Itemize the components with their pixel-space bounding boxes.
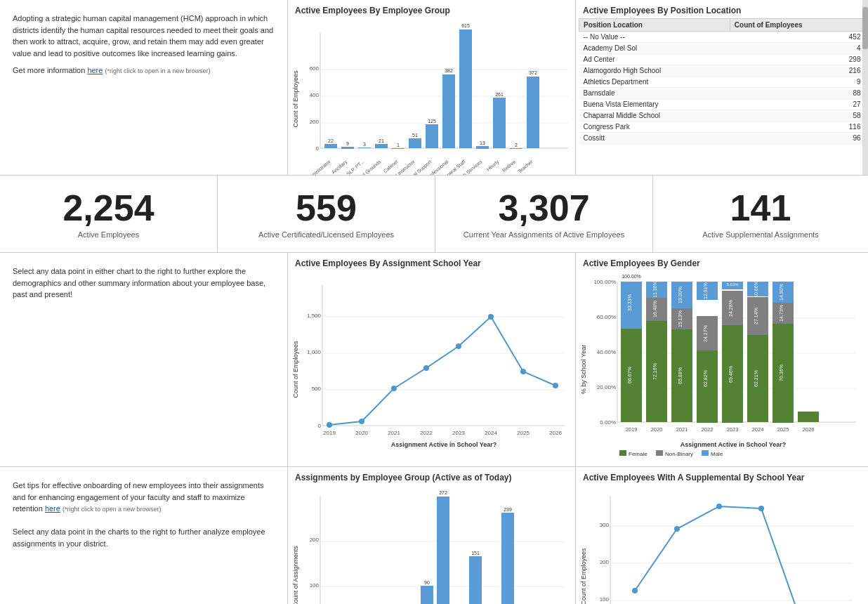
point-2021[interactable] [391, 386, 397, 391]
bar-assign-esy[interactable] [421, 586, 433, 604]
bar-teacher[interactable] [527, 77, 539, 148]
bar-retiree[interactable] [510, 148, 522, 149]
intro-link-1[interactable]: here [87, 66, 103, 74]
svg-text:24.28%: 24.28% [728, 300, 733, 317]
chart-employee-group-title: Active Employees By Employee Group [291, 3, 572, 15]
supp-point-2022[interactable] [674, 526, 680, 532]
svg-text:151: 151 [471, 551, 480, 556]
supp-point-2024[interactable] [758, 506, 764, 511]
certified-number: 559 [296, 190, 357, 226]
location-count: 58 [730, 110, 864, 122]
point-2023[interactable] [456, 343, 461, 349]
svg-text:62.82%: 62.82% [703, 370, 708, 387]
bar-gender-2026-female[interactable] [798, 412, 819, 422]
location-name: Athletics Department [579, 77, 730, 88]
svg-text:72.16%: 72.16% [652, 363, 657, 380]
svg-text:22: 22 [328, 138, 334, 143]
svg-text:2019: 2019 [323, 430, 336, 436]
chart-school-year-svg[interactable]: Count of Employees 0 500 1,000 1,500 [291, 271, 570, 461]
bar-administrator[interactable] [324, 144, 337, 148]
intro-body-2: Select any data point in either chart to… [13, 265, 275, 301]
location-table-row[interactable]: Alamogordo High School216 [579, 65, 865, 77]
chart-assignments-title: Assignments by Employee Group (Active as… [291, 470, 572, 482]
chart-school-year-title: Active Employees By Assignment School Ye… [291, 256, 572, 268]
intro-body-3b: Select any data point in the charts to t… [13, 526, 275, 549]
bar-ancillary-slp[interactable] [358, 147, 371, 148]
bar-clerical[interactable] [426, 124, 438, 148]
assignments-number: 3,307 [498, 190, 589, 226]
svg-text:100: 100 [310, 582, 320, 589]
location-name: Chaparral Middle School [579, 110, 730, 122]
chart-employee-group-svg[interactable]: Count of Employees 0 200 400 600 22 Admi… [291, 18, 570, 173]
svg-text:2020: 2020 [355, 430, 368, 436]
location-table-row[interactable]: Academy Del Sol4 [579, 43, 865, 54]
supplemental-line [635, 506, 842, 604]
bar-cabinet[interactable] [392, 148, 405, 149]
dashboard: Adopting a strategic human capital manag… [0, 0, 868, 604]
svg-text:24.27%: 24.27% [703, 325, 708, 342]
chart3-y-label: % by School Year [580, 345, 587, 395]
svg-text:12.91%: 12.91% [703, 282, 708, 299]
bar-ancillary[interactable] [341, 147, 354, 149]
chart-supplemental-svg[interactable]: Count of Employees 0 100 200 300 [579, 485, 860, 604]
location-table-cell: Active Employees By Position Location Po… [576, 0, 868, 175]
location-name: Congress Park [579, 122, 730, 133]
bar-assign-hourly[interactable] [469, 556, 482, 604]
bar-general[interactable] [459, 29, 472, 148]
intro-body-1: Adopting a strategic human capital manag… [13, 13, 275, 59]
svg-text:33.33%: 33.33% [627, 294, 632, 311]
point-2019[interactable] [327, 422, 332, 428]
svg-text:0.00%: 0.00% [600, 419, 616, 426]
point-2020[interactable] [359, 419, 364, 424]
chart-assignments-svg[interactable]: Count of Assignments 0 100 200 14 Admini… [291, 485, 570, 604]
svg-text:2022: 2022 [420, 430, 433, 436]
location-table-row[interactable]: Buena Vista Elementary27 [579, 99, 865, 110]
svg-text:600: 600 [310, 65, 320, 72]
svg-text:500: 500 [312, 386, 322, 392]
location-table-row[interactable]: Cossitt96 [579, 133, 865, 144]
supplemental-number: 141 [730, 190, 791, 226]
location-table-row[interactable]: -- No Value --452 [579, 32, 865, 43]
intro-text-cell-1: Adopting a strategic human capital manag… [0, 0, 288, 175]
intro-link-para: Get more information here (*right click … [13, 65, 275, 77]
location-name: Ad Center [579, 54, 730, 65]
point-2022[interactable] [423, 365, 429, 371]
svg-text:1: 1 [397, 143, 400, 147]
chart3-x-label: Assignment Active in School Year? [680, 441, 787, 448]
location-table-row[interactable]: Congress Park116 [579, 122, 865, 133]
supp-point-2023[interactable] [716, 504, 722, 509]
location-table-row[interactable]: Athletics Department9 [579, 77, 865, 88]
svg-text:14.90%: 14.90% [779, 284, 784, 301]
bar-hourly[interactable] [493, 98, 506, 148]
svg-text:100.00%: 100.00% [593, 279, 616, 285]
intro-link-3[interactable]: here [45, 504, 60, 513]
bar-assign-general[interactable] [437, 497, 449, 604]
chart-gender-cell: Active Employees By Gender % by School Y… [576, 253, 868, 466]
svg-text:19.00%: 19.00% [678, 287, 683, 303]
table-scrollbar[interactable] [862, 0, 868, 175]
point-2024[interactable] [488, 314, 494, 320]
svg-text:100.00%: 100.00% [622, 274, 641, 279]
bar-assign-teacher[interactable] [501, 513, 514, 604]
svg-text:40.00%: 40.00% [597, 349, 616, 355]
chart-gender-title: Active Employees By Gender [579, 256, 865, 268]
supp-point-2021[interactable] [632, 588, 638, 593]
location-table-row[interactable]: Barnsdale88 [579, 88, 865, 99]
bar-health[interactable] [476, 146, 489, 149]
location-table-row[interactable]: Ad Center298 [579, 54, 865, 65]
svg-text:65.88%: 65.88% [678, 367, 683, 384]
scrollbar-thumb[interactable] [862, 7, 868, 49]
location-count: 452 [730, 32, 864, 43]
svg-text:239: 239 [504, 507, 512, 512]
svg-text:2019: 2019 [626, 426, 638, 433]
bar-certified[interactable] [409, 138, 421, 148]
point-2026[interactable] [553, 383, 558, 388]
bar-esy[interactable] [442, 74, 455, 148]
location-table-row[interactable]: Chaparral Middle School58 [579, 110, 865, 122]
svg-text:15.13%: 15.13% [678, 310, 683, 327]
svg-text:Teacher: Teacher [517, 159, 534, 174]
point-2025[interactable] [520, 369, 526, 374]
location-table-title: Active Employees By Position Location [579, 3, 865, 15]
bar-buildings[interactable] [375, 144, 388, 148]
chart-gender-svg[interactable]: % by School Year 0.00% 20.00% 40.00% 60.… [579, 271, 860, 461]
